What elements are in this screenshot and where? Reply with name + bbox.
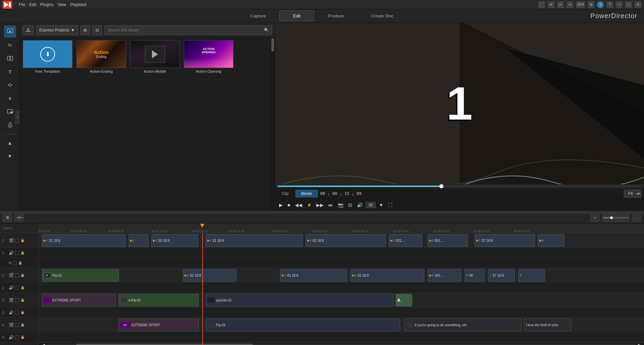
clip-3-3[interactable]: particle-01 (206, 294, 393, 306)
clip-button[interactable]: Clip (278, 190, 293, 197)
menu-help-icon[interactable]: ? (606, 1, 613, 8)
h-scroll-track[interactable] (47, 344, 636, 345)
menu-settings-icon[interactable]: ⚙ (588, 1, 594, 8)
clip-4-2[interactable]: Pip-01 (206, 319, 400, 331)
menu-maximize[interactable]: □ (625, 1, 632, 8)
track-2a-lock[interactable]: 🔒 (20, 286, 24, 289)
track-1a-lock[interactable]: 🔒 (20, 251, 24, 255)
menu-minimize[interactable]: ─ (616, 1, 623, 8)
menu-icon-1[interactable]: ⬛ (538, 1, 545, 8)
clip-1-4[interactable]: ▶ 1 01 16:9 (206, 234, 303, 247)
subtitle-button[interactable]: ⊟ (347, 202, 354, 208)
menu-plugins[interactable]: Plugins (40, 2, 53, 7)
track-4-check[interactable] (15, 323, 19, 327)
next-button[interactable]: ⏭ (327, 202, 334, 208)
sidebar-up-icon[interactable]: ▲ (4, 137, 16, 149)
library-item-0[interactable]: ⬇ Free Templates (23, 40, 72, 73)
track-1-lock[interactable]: 🔒 (20, 238, 24, 242)
library-item-1[interactable]: Action Ending Action-Ending (76, 40, 126, 73)
track-3-lock[interactable]: 🔒 (20, 298, 24, 302)
clip-2-8[interactable]: 8 (518, 269, 545, 282)
clip-1-9[interactable]: ▶ 8 (538, 234, 565, 247)
resize-handle[interactable]: · · · · · · · (0, 212, 644, 214)
fullscreen-button[interactable]: ⛶ (387, 202, 394, 208)
list-view-button[interactable]: ⊟ (93, 25, 102, 35)
tab-produce[interactable]: Produce (314, 11, 357, 21)
clip-1-8[interactable]: ▶ 7 07 16:9 (475, 234, 535, 247)
clip-3-4[interactable]: A (395, 294, 412, 306)
sidebar-down-icon[interactable]: ▼ (4, 150, 16, 162)
3d-dropdown[interactable]: ▼ (378, 202, 385, 208)
tab-capture[interactable]: Capture (237, 11, 279, 21)
grid-view-button[interactable]: ⊞ (80, 25, 90, 35)
clip-1-6[interactable]: ▶ 3 031... (389, 234, 422, 247)
sidebar-pip-icon[interactable] (4, 106, 16, 118)
clip-1-1[interactable]: ▶ 1 01 16:9 (42, 234, 126, 247)
snapshot-button[interactable]: 📷 (336, 202, 345, 208)
clip-1-2[interactable]: ▶ 2 (128, 234, 149, 247)
clip-2-2[interactable]: ▶ 2 02 16:9 (183, 269, 236, 282)
timeline-icon-1[interactable]: ⊞ (3, 214, 12, 222)
library-scroll-thumb[interactable] (271, 38, 274, 52)
sidebar-media-icon[interactable] (4, 25, 16, 38)
menu-close[interactable]: ✕ (635, 1, 641, 8)
sidebar-mic-icon[interactable] (4, 119, 16, 131)
next-frame-button[interactable]: ▶▶ (315, 202, 325, 208)
timeline-content[interactable]: 00:00:00:00 00:00:03:10 00:00:06:20 00:0… (39, 224, 644, 345)
menu-file[interactable]: File (19, 2, 25, 7)
movie-button[interactable]: Movie (296, 190, 318, 197)
fit-dropdown[interactable]: Fit (624, 190, 641, 198)
menu-aspect-ratio[interactable]: 16:9 (576, 1, 585, 8)
clip-2-1[interactable]: Pip-01 (42, 269, 119, 282)
menu-edit[interactable]: Edit (29, 2, 36, 7)
track-1a-check[interactable] (15, 251, 19, 255)
clip-2-6[interactable]: 6 06 (465, 269, 485, 282)
sidebar-particle-icon[interactable] (4, 79, 16, 91)
track-fx-check[interactable] (13, 261, 17, 265)
sidebar-title-icon[interactable]: T (4, 66, 16, 78)
h-scroll-thumb[interactable] (76, 344, 253, 345)
track-4-lock[interactable]: 🔒 (20, 323, 24, 327)
split-button[interactable]: ⚡ (306, 202, 313, 208)
clip-4-1[interactable]: ME EXTREME SPORT (118, 319, 199, 331)
track-2a-check[interactable] (15, 286, 19, 290)
sidebar-fx-icon[interactable]: fx (4, 39, 16, 51)
track-3a-lock[interactable]: 🔒 (20, 310, 24, 314)
track-3a-check[interactable] (15, 310, 19, 315)
timeline-zoom-out[interactable]: - (632, 214, 641, 222)
project-dropdown[interactable]: Express Projects ▼ (36, 25, 78, 35)
clip-4-4[interactable]: I love the thrill of victo (524, 319, 571, 331)
track-1-check[interactable] (15, 238, 19, 243)
clip-3-1[interactable]: EXTREME SPORT (42, 294, 116, 306)
timeline-zoom-slider[interactable] (602, 214, 629, 222)
prev-frame-button[interactable]: ◀◀ (293, 202, 304, 208)
library-item-2[interactable]: Action-Middle (130, 40, 180, 73)
menu-view[interactable]: View (57, 2, 66, 7)
audio-button[interactable]: 🔊 (356, 202, 364, 208)
track-2-check[interactable] (15, 273, 19, 277)
menu-icon-4[interactable]: ↪ (567, 1, 573, 8)
progress-handle[interactable] (439, 184, 443, 188)
clip-1-3[interactable]: ▶ 2 02 16:9 (151, 234, 198, 247)
import-button[interactable] (23, 25, 34, 35)
menu-icon-2[interactable]: ✔ (548, 1, 554, 8)
sidebar-lightning-icon[interactable] (4, 92, 16, 105)
menu-playback[interactable]: Playback (70, 2, 87, 7)
clip-2-5[interactable]: ▶ 4 041... (428, 269, 461, 282)
tab-create-disc[interactable]: Create Disc (358, 11, 407, 21)
library-item-3[interactable]: ACTIONOPENING Action-Opening (184, 40, 233, 73)
3d-button[interactable]: 3D (366, 202, 375, 208)
tab-edit[interactable]: Edit (279, 10, 314, 21)
sidebar-transition-icon[interactable] (4, 52, 16, 64)
menu-icon-3[interactable]: ↩ (557, 1, 564, 8)
menu-info-icon[interactable]: ℹ (597, 1, 604, 8)
preview-progress-bar[interactable] (278, 186, 641, 187)
clip-1-5[interactable]: ▶ 2 02 16:9 (306, 234, 386, 247)
timeline-icon-2[interactable]: ⊣⊢ (15, 214, 24, 222)
clip-2-4[interactable]: ▶ 2 02 16:9 (351, 269, 424, 282)
clip-2-7[interactable]: 7 07 16:9 (488, 269, 515, 282)
clip-2-3[interactable]: ▶ 1 01 16:9 (280, 269, 347, 282)
stop-button[interactable]: ■ (286, 202, 291, 208)
track-2-lock[interactable]: 🔒 (20, 273, 24, 277)
play-button[interactable]: ▶ (278, 202, 284, 208)
